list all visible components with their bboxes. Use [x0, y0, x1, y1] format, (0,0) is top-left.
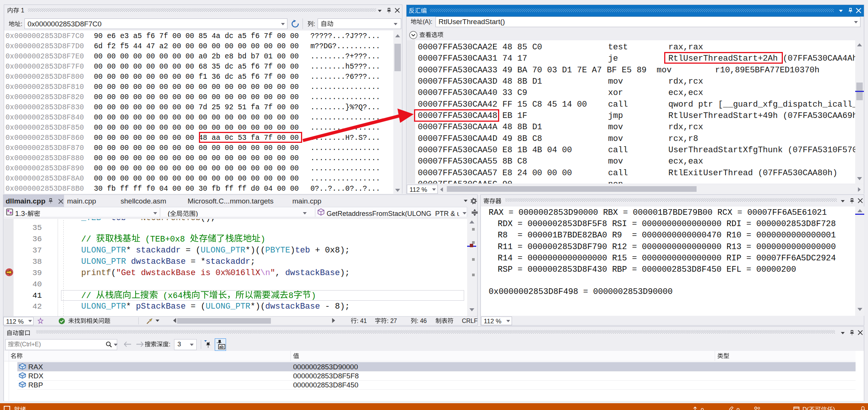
- svg-text:ab: ab: [219, 345, 224, 349]
